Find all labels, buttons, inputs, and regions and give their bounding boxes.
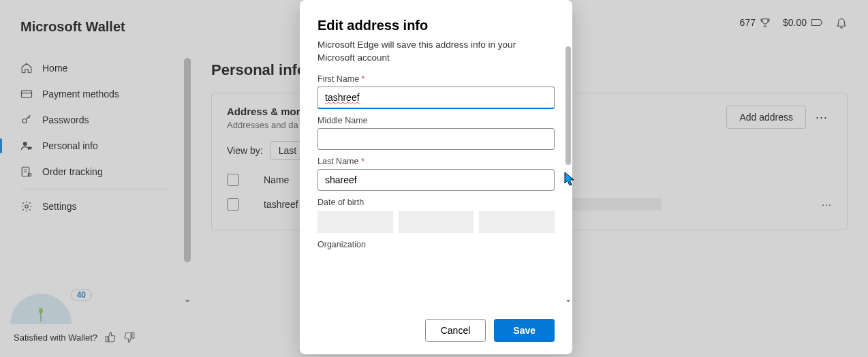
first-name-field[interactable]: tashreef: [317, 87, 555, 109]
dob-label: Date of birth: [317, 198, 555, 207]
svg-point-7: [25, 205, 29, 208]
chevron-down-icon[interactable]: [564, 297, 572, 305]
sidebar-item-passwords[interactable]: Passwords: [7, 107, 184, 133]
sidebar-scrollbar[interactable]: [184, 58, 191, 262]
middle-name-field[interactable]: [317, 128, 555, 150]
sidebar: Microsoft Wallet Home Payment methods Pa…: [0, 0, 191, 357]
bell-icon[interactable]: [835, 16, 848, 29]
key-icon: [20, 114, 33, 126]
thumbs-down-icon[interactable]: [123, 331, 136, 343]
money-value: $0.00: [783, 17, 807, 28]
add-address-button[interactable]: Add address: [726, 106, 806, 129]
order-icon: [20, 166, 33, 178]
thumbs-up-icon[interactable]: [104, 331, 117, 343]
modal-title: Edit address info: [317, 18, 555, 33]
dob-fields[interactable]: [317, 211, 555, 233]
sidebar-item-label: Order tracking: [42, 166, 103, 177]
first-name-label: First Name *: [317, 74, 555, 84]
section-subtitle: Addresses and da: [227, 120, 306, 130]
section-title: Address & more: [227, 106, 306, 117]
sidebar-item-home[interactable]: Home: [7, 55, 184, 81]
svg-point-6: [28, 173, 31, 176]
nav-list: Home Payment methods Passwords Personal …: [0, 48, 191, 283]
modal-scrollbar[interactable]: [565, 46, 571, 165]
points-value: 677: [740, 17, 756, 28]
points-display[interactable]: 677: [740, 17, 771, 28]
row-checkbox[interactable]: [227, 198, 239, 211]
sidebar-item-settings[interactable]: Settings: [7, 193, 184, 219]
sidebar-item-label: Personal info: [42, 140, 98, 151]
home-icon: [20, 62, 33, 74]
wallet-badge: 40: [71, 289, 92, 301]
topbar-right: 677 $0.00: [740, 16, 848, 29]
svg-point-2: [22, 119, 27, 123]
modal-footer: Cancel Save: [300, 309, 572, 354]
last-name-field[interactable]: [317, 169, 555, 191]
select-all-checkbox[interactable]: [227, 174, 239, 186]
svg-rect-4: [28, 147, 31, 150]
sidebar-item-label: Home: [42, 63, 67, 74]
feedback-question: Satisfied with Wallet?: [14, 332, 97, 343]
svg-point-3: [23, 142, 27, 146]
middle-name-label: Middle Name: [317, 116, 555, 125]
nav-divider: [20, 189, 170, 189]
sidebar-item-label: Passwords: [42, 114, 89, 125]
first-name-value: tashreef: [325, 92, 360, 103]
app-title: Microsoft Wallet: [0, 14, 191, 48]
edit-address-modal: Edit address info Microsoft Edge will sa…: [300, 0, 572, 354]
money-display[interactable]: $0.00: [783, 17, 823, 28]
sidebar-item-payment[interactable]: Payment methods: [7, 81, 184, 107]
section-more-icon[interactable]: ···: [811, 108, 832, 127]
person-icon: [20, 140, 33, 152]
row-more-icon[interactable]: ···: [822, 199, 832, 210]
sidebar-item-label: Settings: [42, 201, 77, 212]
gear-icon: [20, 200, 33, 213]
mouse-cursor: [564, 172, 576, 187]
svg-rect-0: [22, 91, 32, 98]
sidebar-item-label: Payment methods: [42, 89, 119, 99]
cancel-button[interactable]: Cancel: [425, 319, 486, 342]
modal-description: Microsoft Edge will save this address in…: [317, 39, 555, 65]
card-icon: [20, 88, 33, 100]
trophy-icon: [760, 17, 771, 28]
org-label: Organization: [317, 240, 555, 249]
tag-icon: [811, 18, 823, 27]
last-name-label: Last Name *: [317, 157, 555, 166]
save-button[interactable]: Save: [494, 319, 555, 342]
feedback-row: Satisfied with Wallet?: [0, 324, 191, 350]
viewby-label: View by:: [227, 145, 263, 156]
wallet-graphic: 40: [10, 283, 78, 324]
sidebar-item-order[interactable]: Order tracking: [7, 159, 184, 185]
sidebar-item-personal[interactable]: Personal info: [7, 133, 184, 159]
column-email: Email: [539, 174, 798, 185]
